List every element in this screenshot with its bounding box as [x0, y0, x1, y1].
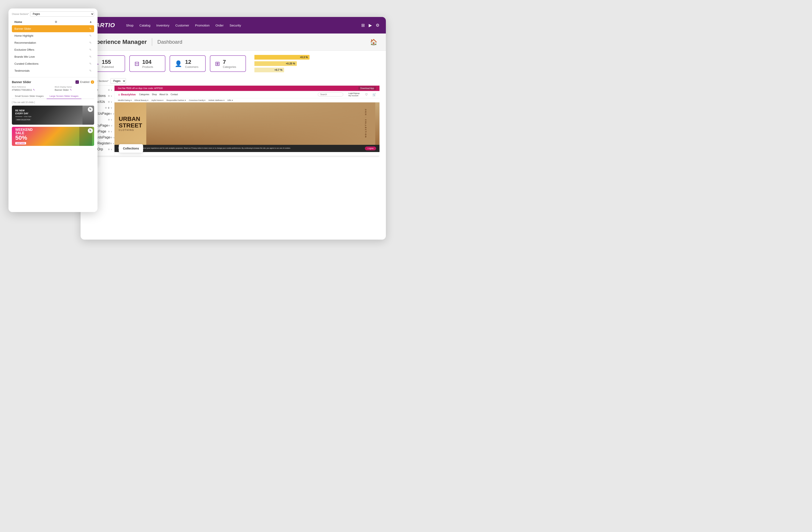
nav-brands-we-love[interactable]: Brands We Love ✎ — [12, 53, 94, 60]
stat-products: ⊟ 104 Products — [129, 55, 165, 72]
cart-icon[interactable]: 🛒 — [373, 93, 376, 96]
gear-small-icon4[interactable]: ⚙ — [105, 107, 107, 109]
overlay-panel: Choose Sections* Pages Home ⚙ ∧ Banner S… — [9, 9, 98, 212]
products-icon: ⊟ — [134, 60, 139, 67]
chevron-icon4[interactable]: ∨ — [111, 107, 112, 109]
choose-sections-label: Choose Sections* — [12, 13, 29, 15]
chevron-icon11[interactable]: ∨ — [111, 148, 112, 150]
banner-image-1: BE NEWEVERY DAY Streetwear · Urban Style… — [12, 105, 94, 125]
nav-inventory[interactable]: Inventory — [156, 24, 170, 27]
download-app-btn[interactable]: Download App — [358, 87, 376, 90]
chevron-icon2[interactable]: ∨ — [111, 95, 112, 97]
hero-person: 2020 · COLLECTION — [142, 102, 375, 145]
block-ref-edit-icon[interactable]: ✎ — [33, 88, 35, 91]
gear-small-icon10[interactable]: ⚙ — [110, 142, 112, 145]
chevron-icon3[interactable]: ∨ — [111, 101, 112, 103]
customers-info: 12 Customers — [185, 59, 199, 69]
block-ref-field: Block Reference #TM001770018011 ✎ — [12, 86, 51, 91]
home-gear-icon[interactable]: ⚙ — [55, 20, 57, 24]
gear-small-icon9[interactable]: ⚙ — [111, 136, 112, 139]
nav-catalog[interactable]: Catalog — [140, 24, 150, 27]
nav-testimonials[interactable]: Testimonials ✎ — [12, 67, 94, 74]
exp-manager-header: Experience Manager Dashboard 🏠 — [81, 33, 386, 51]
gear-small-icon7[interactable]: ⚙ — [108, 125, 110, 127]
edit-icon-2[interactable]: ✎ — [89, 34, 91, 37]
gear-small-icon11[interactable]: ⚙ — [108, 148, 110, 150]
hero-main-text: URBANSTREET — [119, 116, 142, 129]
gear-small-icon6[interactable]: ⚙ — [108, 118, 110, 121]
chevron-icon5[interactable]: ∨ — [113, 113, 114, 115]
nav-curated-collections[interactable]: Curated Collections ✎ — [12, 60, 94, 67]
block-display-value: Banner Slider ✎ — [55, 88, 94, 91]
chevron-icon8[interactable]: ∨ — [111, 130, 112, 133]
nav-security[interactable]: Security — [230, 24, 241, 27]
gear-small-icon3[interactable]: ⚙ — [108, 101, 110, 103]
edit-icon[interactable]: ✎ — [89, 27, 91, 30]
store-search-input[interactable] — [318, 92, 343, 97]
gear-small-icon2[interactable]: ⚙ — [108, 95, 110, 97]
top-nav: SKARTIO Shop Catalog Inventory Customer … — [81, 17, 386, 33]
edit-icon-4[interactable]: ✎ — [89, 48, 91, 51]
trash-icon[interactable]: 🗑 — [108, 107, 110, 109]
nav-home-highlight[interactable]: Home Highlight ✎ — [12, 32, 94, 39]
bs-ref-row: Block Reference #TM001770018011 ✎ Block … — [12, 86, 94, 91]
bs-hint: [ You can add 10 childs ] — [12, 101, 94, 103]
nav-shop[interactable]: Shop — [126, 24, 133, 27]
gear-icon[interactable]: ⚙ — [376, 23, 379, 28]
banner-slider-icons: ✎ — [89, 27, 91, 30]
gear-small-icon8[interactable]: ⚙ — [108, 130, 110, 133]
bs-tabs: Small Screen Slider Images Large Screen … — [12, 94, 94, 99]
customers-icon: 👤 — [175, 60, 182, 67]
edit-icon-5[interactable]: ✎ — [89, 55, 91, 58]
nav-banner-slider[interactable]: Banner Slider ✎ — [12, 25, 94, 32]
cookie-agree-btn[interactable]: I Agree — [365, 146, 376, 150]
block-display-label: Block Display Name — [55, 86, 94, 88]
play-icon[interactable]: ▶ — [369, 23, 372, 28]
bs-tab-small[interactable]: Small Screen Slider Images — [12, 94, 47, 99]
customers-number: 12 — [185, 59, 199, 65]
store-nav: 🌸 Beautyhive Categories Shop About Us Co… — [115, 91, 379, 98]
info-icon[interactable]: i — [91, 80, 94, 84]
home-chevron-icon[interactable]: ∧ — [90, 20, 91, 24]
hero-image-area: 2020 · COLLECTION — [146, 102, 379, 145]
stat-categories: ⊞ 7 Categories — [210, 55, 246, 72]
banner1-graphic: BE NEWEVERY DAY Streetwear · Urban Style… — [12, 105, 94, 125]
chevron-icon10[interactable]: ∨ — [113, 142, 114, 145]
published-label: Published — [102, 65, 114, 69]
categories-info: 7 Categories — [223, 59, 236, 69]
categories-icon: ⊞ — [215, 60, 220, 67]
nav-order[interactable]: Order — [215, 24, 223, 27]
nav-customer[interactable]: Customer — [175, 24, 189, 27]
home-icon[interactable]: 🏠 — [370, 39, 377, 46]
enabled-checkbox[interactable]: ✓ — [75, 80, 79, 84]
nav-recommendation[interactable]: Recommendation ✎ — [12, 39, 94, 46]
wishlist-icon[interactable]: ♡ — [365, 93, 368, 96]
gear-small-icon[interactable]: ⚙ — [108, 89, 110, 91]
nav-exclusive-offers[interactable]: Exclusive Offers ✎ — [12, 46, 94, 53]
dashboard-card: SKARTIO Shop Catalog Inventory Customer … — [81, 17, 386, 240]
products-label: Products — [142, 65, 153, 69]
chevron-icon[interactable]: ∨ — [111, 89, 112, 91]
banner1-edit-btn[interactable]: ✎ — [88, 107, 93, 112]
chevron-icon6[interactable]: ∨ — [111, 118, 112, 121]
edit-icon-3[interactable]: ✎ — [89, 41, 91, 44]
edit-icon-6[interactable]: ✎ — [89, 62, 91, 65]
store-logo: 🌸 Beautyhive — [118, 93, 136, 96]
edit-icon-7[interactable]: ✎ — [89, 69, 91, 72]
preview-pages-select[interactable]: Pages — [111, 78, 126, 84]
bs-tab-large[interactable]: Large Screen Slider Images — [47, 94, 82, 99]
chevron-icon7[interactable]: ∨ — [111, 125, 112, 127]
published-info: 155 Published — [102, 59, 114, 69]
stat-bar-label-1: +0.3 % — [300, 56, 308, 59]
banner2-edit-btn[interactable]: ✎ — [88, 128, 93, 133]
gear-small-icon5[interactable]: ⚙ — [110, 113, 112, 115]
sections-select[interactable]: Pages — [30, 12, 95, 16]
banner2-graphic: WEEKENDSALE 50% SHOP NOW — [12, 127, 94, 146]
nav-promotion[interactable]: Promotion — [195, 24, 209, 27]
store-nav-items: Categories Shop About Us Contact — [139, 93, 178, 96]
stat-bar-1: +0.3 % — [255, 55, 309, 60]
block-display-edit-icon[interactable]: ✎ — [70, 88, 72, 91]
preview-topbar: Choose Sections* Pages — [87, 76, 379, 86]
grid-icon[interactable]: ⊞ — [361, 23, 365, 28]
stat-bar-label-3: +0.7 % — [274, 69, 282, 71]
